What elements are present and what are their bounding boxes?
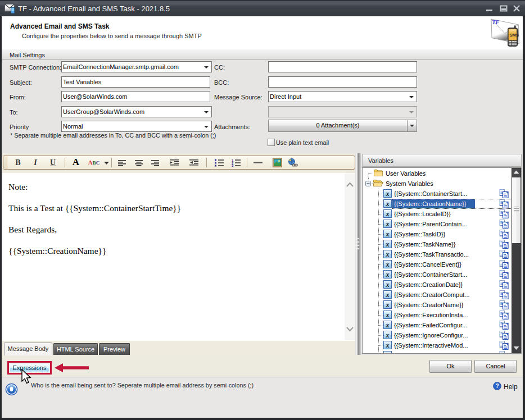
svg-text:TF: TF xyxy=(492,19,500,25)
svg-text:SMS: SMS xyxy=(510,33,519,38)
svg-text:?: ? xyxy=(496,383,499,389)
svg-text:3: 3 xyxy=(232,164,234,167)
